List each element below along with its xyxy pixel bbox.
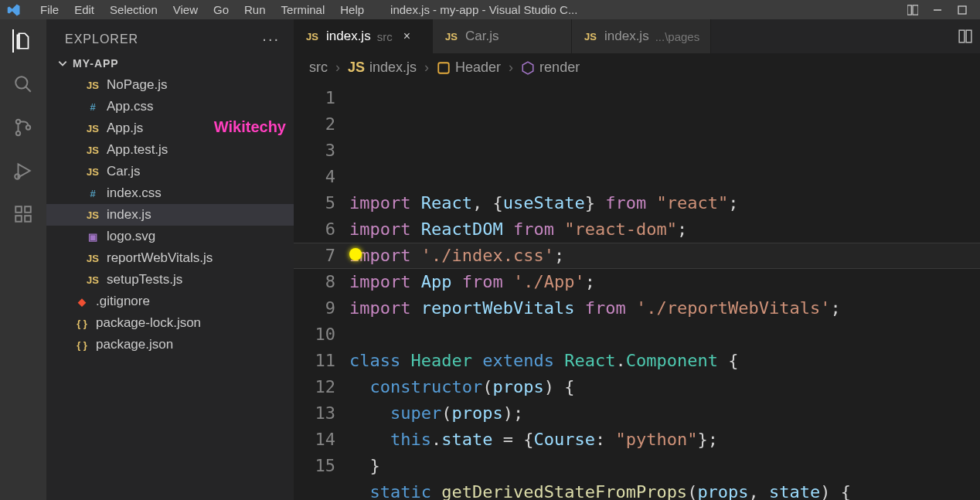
code-line[interactable]: constructor(props) { xyxy=(349,374,980,400)
window-controls xyxy=(907,5,968,15)
method-icon xyxy=(521,61,535,75)
editor-tab[interactable]: JSindex.jssrc× xyxy=(294,19,433,53)
svg-rect-14 xyxy=(25,206,31,213)
svg-rect-13 xyxy=(25,216,31,222)
file-label: setupTests.js xyxy=(107,272,182,287)
main: EXPLORER ··· MY-APP JSNoPage.js#App.cssJ… xyxy=(0,19,980,500)
crumb-file[interactable]: JSindex.js xyxy=(348,60,417,76)
class-icon xyxy=(437,61,451,75)
menu-selection[interactable]: Selection xyxy=(102,0,165,19)
tab-dir: src xyxy=(377,30,393,43)
crumb-class[interactable]: Header xyxy=(437,60,501,76)
line-number: 1 xyxy=(294,85,335,111)
file-item[interactable]: #App.css xyxy=(46,96,294,117)
menu-edit[interactable]: Edit xyxy=(66,0,102,19)
sidebar: EXPLORER ··· MY-APP JSNoPage.js#App.cssJ… xyxy=(46,19,294,500)
code-line[interactable]: import React, {useState} from "react"; xyxy=(349,190,980,216)
file-label: NoPage.js xyxy=(107,77,167,93)
editor-tab[interactable]: JSCar.js xyxy=(433,19,572,53)
line-number: 6 xyxy=(294,216,335,243)
menu-view[interactable]: View xyxy=(165,0,206,19)
tab-bar: JSindex.jssrc×JSCar.jsJSindex.js...\page… xyxy=(294,19,980,53)
code-line[interactable]: import reportWebVitals from './reportWeb… xyxy=(349,295,980,321)
tab-label: index.js xyxy=(604,29,649,44)
menu-run[interactable]: Run xyxy=(236,0,274,19)
file-item[interactable]: JSApp.js xyxy=(46,117,294,139)
cursor-indicator xyxy=(349,248,362,260)
svg-rect-11 xyxy=(15,206,22,213)
menu-file[interactable]: File xyxy=(32,0,66,19)
svg-rect-19 xyxy=(966,30,971,43)
sidebar-header: EXPLORER ··· xyxy=(46,19,294,53)
file-label: package.json xyxy=(96,337,173,352)
file-item[interactable]: JSNoPage.js xyxy=(46,74,294,96)
line-number: 15 xyxy=(294,453,335,479)
menu-terminal[interactable]: Terminal xyxy=(274,0,333,19)
tab-label: Car.js xyxy=(465,29,499,44)
line-number: 11 xyxy=(294,348,335,374)
file-tree[interactable]: JSNoPage.js#App.cssJSApp.jsJSApp.test.js… xyxy=(46,74,294,500)
crumb-method[interactable]: render xyxy=(521,60,580,76)
svg-rect-20 xyxy=(438,63,449,73)
line-number: 4 xyxy=(294,164,335,190)
file-item[interactable]: ◆.gitignore xyxy=(46,291,294,312)
svg-point-10 xyxy=(15,174,20,179)
file-item[interactable]: JSindex.js xyxy=(46,204,294,226)
tab-dir: ...\pages xyxy=(655,30,700,43)
code-line[interactable] xyxy=(349,321,980,348)
chevron-right-icon: › xyxy=(424,60,429,76)
js-file-icon: JS xyxy=(305,30,320,43)
line-number: 9 xyxy=(294,295,335,321)
menu-help[interactable]: Help xyxy=(332,0,372,19)
code-content[interactable]: import React, {useState} from "react";im… xyxy=(349,82,980,500)
code-line[interactable]: import ReactDOM from "react-dom"; xyxy=(349,216,980,243)
file-item[interactable]: JSApp.test.js xyxy=(46,139,294,161)
explorer-icon[interactable] xyxy=(12,30,34,52)
code-line[interactable]: static getDerivedStateFromProps(props, s… xyxy=(349,479,980,500)
minimize-icon[interactable] xyxy=(932,5,943,15)
line-number: 2 xyxy=(294,111,335,138)
sidebar-title: EXPLORER xyxy=(65,32,138,46)
search-icon[interactable] xyxy=(12,73,34,95)
menu-go[interactable]: Go xyxy=(206,0,236,19)
breadcrumb[interactable]: src › JSindex.js › Header › render xyxy=(294,53,980,82)
file-item[interactable]: JSreportWebVitals.js xyxy=(46,247,294,269)
crumb-folder[interactable]: src xyxy=(309,60,328,76)
folder-name: MY-APP xyxy=(73,57,119,70)
maximize-icon[interactable] xyxy=(957,5,968,15)
activity-bar xyxy=(0,19,46,500)
line-number: 7 xyxy=(294,243,335,269)
titlebar: FileEditSelectionViewGoRunTerminalHelp i… xyxy=(0,0,980,19)
close-tab-icon[interactable]: × xyxy=(403,29,410,43)
line-number: 8 xyxy=(294,269,335,295)
line-number: 12 xyxy=(294,374,335,400)
js-file-icon: JS xyxy=(444,30,459,43)
file-item[interactable]: JSCar.js xyxy=(46,161,294,182)
file-item[interactable]: #index.css xyxy=(46,182,294,204)
code-line[interactable]: } xyxy=(349,453,980,479)
chevron-down-icon xyxy=(57,58,68,69)
code-line[interactable]: import './index.css'; xyxy=(349,243,980,269)
file-label: .gitignore xyxy=(96,294,150,309)
extensions-icon[interactable] xyxy=(12,203,34,225)
file-item[interactable]: { }package-lock.json xyxy=(46,312,294,334)
file-item[interactable]: JSsetupTests.js xyxy=(46,269,294,291)
line-number: 13 xyxy=(294,400,335,427)
file-item[interactable]: { }package.json xyxy=(46,334,294,355)
split-editor-icon[interactable] xyxy=(958,29,972,43)
code-line[interactable]: super(props); xyxy=(349,400,980,427)
sidebar-more-icon[interactable]: ··· xyxy=(262,30,280,48)
code-line[interactable]: class Header extends React.Component { xyxy=(349,348,980,374)
file-item[interactable]: ▣logo.svg xyxy=(46,226,294,247)
code-line[interactable]: import App from './App'; xyxy=(349,269,980,295)
line-number: 3 xyxy=(294,138,335,164)
code-line[interactable]: this.state = {Course: "python"}; xyxy=(349,427,980,453)
layout-icon[interactable] xyxy=(907,5,918,15)
code-editor[interactable]: 123456789101112131415 import React, {use… xyxy=(294,82,980,500)
folder-header[interactable]: MY-APP xyxy=(46,53,294,74)
editor-area: JSindex.jssrc×JSCar.jsJSindex.js...\page… xyxy=(294,19,980,500)
window-title: index.js - my-app - Visual Studio C... xyxy=(390,3,904,16)
run-debug-icon[interactable] xyxy=(12,160,34,182)
source-control-icon[interactable] xyxy=(12,117,34,138)
editor-tab[interactable]: JSindex.js...\pages xyxy=(572,19,711,53)
